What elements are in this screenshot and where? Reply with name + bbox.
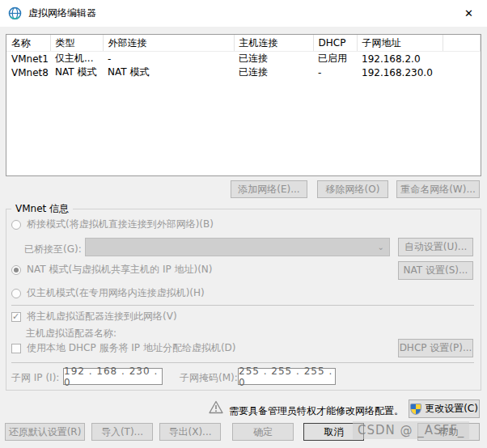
- ok-button[interactable]: 确定: [232, 423, 294, 441]
- cell-host-connection: 已连接: [234, 52, 313, 66]
- cell-type: NAT 模式: [50, 66, 103, 79]
- hostonly-label: 仅主机模式(在专用网络内连接虚拟机)(H): [27, 286, 205, 300]
- nat-label: NAT 模式(与虚拟机共享主机的 IP 地址)(N): [27, 263, 213, 277]
- import-button[interactable]: 导入(T)...: [91, 423, 153, 441]
- subnet-ip-field[interactable]: 192 . 168 . 230 . 0: [63, 368, 163, 385]
- vmnet-info-group: VMnet 信息 桥接模式(将虚拟机直接连接到外部网络)(B) 已桥接至(G):…: [6, 209, 481, 391]
- window-title: 虚拟网络编辑器: [28, 6, 96, 20]
- close-icon: ✕: [464, 7, 473, 19]
- col-header-name[interactable]: 名称: [6, 35, 50, 52]
- csdn-watermark: CSDN @ _ASFF_: [353, 421, 469, 439]
- hostonly-mode-option[interactable]: 仅主机模式(在专用网络内连接虚拟机)(H): [11, 286, 205, 300]
- change-settings-button[interactable]: 更改设置(C): [409, 399, 480, 418]
- col-header-blank: [443, 35, 481, 52]
- cell-external: -: [103, 52, 234, 66]
- nat-radio[interactable]: [11, 265, 21, 275]
- col-header-type[interactable]: 类型: [50, 35, 103, 52]
- col-header-dhcp[interactable]: DHCP: [313, 35, 357, 52]
- cell-subnet: 192.168.230.0: [357, 66, 443, 79]
- cell-host-connection: 已连接: [234, 66, 313, 79]
- bridged-label: 桥接模式(将虚拟机直接连接到外部网络)(B): [27, 218, 214, 231]
- dhcp-checkbox[interactable]: [11, 344, 21, 353]
- cell-name: VMnet1: [6, 52, 50, 66]
- subnet-ip-label: 子网 IP (I):: [11, 371, 59, 385]
- hostonly-radio[interactable]: [11, 289, 21, 298]
- cell-external: NAT 模式: [103, 66, 234, 79]
- dhcp-settings-button[interactable]: DHCP 设置(P)...: [398, 339, 473, 357]
- nat-settings-button[interactable]: NAT 设置(S)...: [398, 261, 473, 280]
- change-settings-label: 更改设置(C): [425, 402, 478, 416]
- bridged-to-label: 已桥接至(G):: [24, 243, 82, 256]
- export-button[interactable]: 导出(X)...: [159, 423, 221, 441]
- auto-settings-button[interactable]: 自动设置(U)...: [398, 238, 473, 256]
- col-header-host-connection[interactable]: 主机连接: [234, 35, 313, 52]
- bridged-to-dropdown[interactable]: ⌄: [85, 238, 390, 256]
- network-list-header: 名称 类型 外部连接 主机连接 DHCP 子网地址: [6, 35, 481, 52]
- dhcp-label: 使用本地 DHCP 服务将 IP 地址分配给虚拟机(D): [27, 341, 236, 355]
- titlebar: 虚拟网络编辑器 ✕: [0, 0, 487, 27]
- virtual-network-editor-dialog: 虚拟网络编辑器 ✕ 名称 类型 外部连接 主机连接 DHCP 子网地址: [0, 0, 487, 448]
- remove-network-button[interactable]: 移除网络(O): [317, 180, 388, 198]
- app-globe-icon: [8, 6, 22, 20]
- vmnet-info-group-label: VMnet 信息: [11, 202, 73, 216]
- close-button[interactable]: ✕: [451, 0, 487, 26]
- bridged-radio[interactable]: [11, 220, 21, 230]
- connect-adapter-option[interactable]: 将主机虚拟适配器连接到此网络(V): [11, 310, 177, 323]
- divider: [11, 362, 474, 363]
- chevron-down-icon: ⌄: [378, 243, 384, 251]
- cell-type: 仅主机...: [50, 52, 103, 66]
- col-header-external[interactable]: 外部连接: [103, 35, 234, 52]
- connect-adapter-checkbox[interactable]: [11, 312, 21, 322]
- admin-warning-text: 需要具备管理员特权才能修改网络配置。: [229, 404, 404, 418]
- cell-dhcp: -: [313, 66, 357, 79]
- subnet-mask-label: 子网掩码(M):: [180, 371, 238, 385]
- cell-subnet: 192.168.2.0: [357, 52, 443, 66]
- cell-name: VMnet8: [6, 66, 50, 79]
- uac-shield-icon: [410, 404, 421, 415]
- table-row-vmnet1[interactable]: VMnet1 仅主机... - 已连接 已启用 192.168.2.0: [6, 52, 481, 66]
- connect-adapter-label: 将主机虚拟适配器连接到此网络(V): [27, 310, 177, 323]
- restore-defaults-button[interactable]: 还原默认设置(R): [5, 423, 85, 441]
- add-network-button[interactable]: 添加网络(E)...: [231, 180, 307, 198]
- bridged-mode-option[interactable]: 桥接模式(将虚拟机直接连接到外部网络)(B): [11, 218, 214, 231]
- cell-dhcp: 已启用: [313, 52, 357, 66]
- adapter-name-label: 主机虚拟适配器名称:: [26, 327, 116, 340]
- col-header-subnet[interactable]: 子网地址: [357, 35, 443, 52]
- rename-network-button[interactable]: 重命名网络(W)...: [396, 180, 480, 198]
- table-row-vmnet8[interactable]: VMnet8 NAT 模式 NAT 模式 已连接 - 192.168.230.0: [6, 66, 481, 79]
- dhcp-option[interactable]: 使用本地 DHCP 服务将 IP 地址分配给虚拟机(D): [11, 341, 236, 355]
- subnet-mask-field[interactable]: 255 . 255 . 255 . 0: [238, 368, 336, 385]
- divider: [11, 305, 474, 306]
- nat-mode-option[interactable]: NAT 模式(与虚拟机共享主机的 IP 地址)(N): [11, 263, 213, 277]
- network-list: 名称 类型 外部连接 主机连接 DHCP 子网地址 VMnet1 仅主机... …: [6, 34, 481, 176]
- warning-triangle-icon: [209, 400, 223, 414]
